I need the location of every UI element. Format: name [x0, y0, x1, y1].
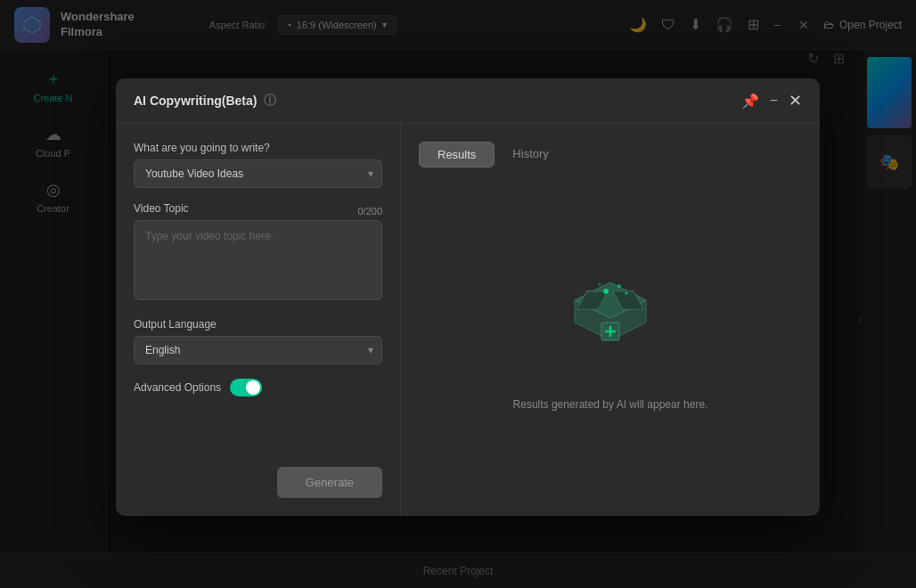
advanced-options-label: Advanced Options: [134, 381, 221, 394]
ai-copywriting-dialog: AI Copywriting(Beta) ⓘ 📌 − ✕ What are yo…: [116, 78, 820, 516]
svg-point-6: [603, 289, 609, 294]
left-panel: What are you going to write? Youtube Vid…: [116, 124, 401, 516]
right-panel: Results History: [401, 124, 820, 516]
tab-history[interactable]: History: [495, 142, 566, 167]
video-topic-field: Video Topic 0/200: [134, 202, 382, 304]
dialog-title: AI Copywriting(Beta): [134, 94, 257, 108]
pin-icon[interactable]: 📌: [741, 93, 759, 110]
dialog-minimize-icon[interactable]: −: [770, 93, 778, 109]
char-count: 0/200: [357, 206, 382, 216]
language-selector: English ▾: [134, 336, 382, 364]
generate-button[interactable]: Generate: [277, 467, 382, 498]
output-language-label: Output Language: [134, 318, 382, 331]
dialog-title-area: AI Copywriting(Beta) ⓘ: [134, 93, 276, 109]
video-topic-textarea[interactable]: [134, 220, 382, 300]
dialog-body: What are you going to write? Youtube Vid…: [116, 124, 820, 516]
box-illustration: [557, 274, 664, 380]
what-to-write-select[interactable]: Youtube Video Ideas: [134, 159, 382, 188]
dialog-header: AI Copywriting(Beta) ⓘ 📌 − ✕: [116, 78, 820, 124]
tab-history-label: History: [512, 147, 548, 160]
empty-state-text: Results generated by AI will appear here…: [513, 398, 708, 411]
app-background: Wondershare Filmora Aspect Ratio: ▪ 16:9…: [0, 0, 916, 588]
info-icon[interactable]: ⓘ: [264, 93, 276, 109]
language-select[interactable]: English: [134, 336, 382, 364]
toggle-thumb: [246, 380, 260, 395]
svg-point-9: [599, 282, 601, 285]
video-topic-label: Video Topic: [134, 202, 189, 215]
tab-results[interactable]: Results: [419, 142, 495, 167]
dialog-close-icon[interactable]: ✕: [789, 91, 802, 110]
svg-point-7: [617, 284, 621, 288]
advanced-options-toggle[interactable]: [230, 379, 262, 396]
what-to-write-selector: Youtube Video Ideas ▾: [134, 159, 382, 188]
what-to-write-field: What are you going to write? Youtube Vid…: [134, 142, 382, 188]
svg-point-8: [626, 291, 628, 294]
generate-button-area: Generate: [134, 467, 382, 498]
advanced-options-row: Advanced Options: [134, 379, 382, 396]
dialog-controls: 📌 − ✕: [741, 91, 802, 110]
tab-results-label: Results: [438, 148, 476, 161]
output-language-field: Output Language English ▾: [134, 318, 382, 364]
empty-state: Results generated by AI will appear here…: [419, 185, 802, 498]
tabs: Results History: [419, 142, 802, 167]
what-to-write-label: What are you going to write?: [134, 142, 382, 154]
